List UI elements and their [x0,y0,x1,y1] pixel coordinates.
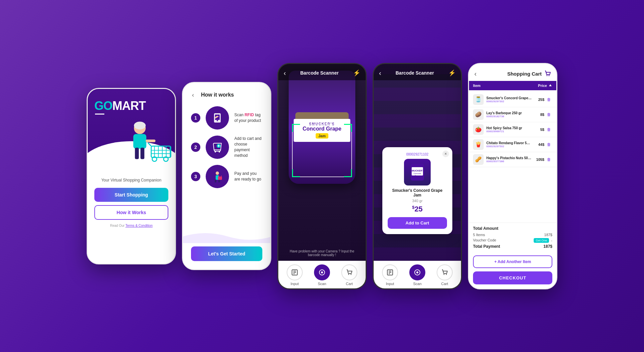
scan-corner-tl [292,124,300,132]
scanner-title: Barcode Scanner [300,70,339,76]
svg-rect-29 [218,180,220,182]
how-works-header: ‹ How it works [183,83,270,103]
cart-item-delete-button[interactable]: 🗑 [547,142,552,147]
cart-item-name: Smucker's Concord Grape 250 gr [486,96,532,100]
cart-title: Shopping Cart [507,70,551,77]
cart-item-image: 🫙 [473,94,484,105]
nav-scan-label: Scan [318,282,326,286]
illustration-svg [88,108,175,175]
product-nav-scan-label: Scan [413,282,421,286]
nav-cart[interactable]: Cart [341,264,357,286]
cart-item-price: 44$ [534,143,544,147]
cart-item-delete-button[interactable]: 🗑 [547,127,552,132]
summary-total-row: Total Payment 187$ [473,244,552,249]
svg-rect-3 [133,134,146,149]
product-nav-cart-icon [437,264,453,280]
voucher-badge[interactable]: Get One [534,238,549,243]
back-button[interactable]: ‹ [188,90,198,100]
product-back-icon[interactable]: ‹ [379,69,381,77]
get-started-button[interactable]: Let's Get Started [191,246,262,261]
product-nav-input[interactable]: Input [382,264,398,286]
cart-item-delete-button[interactable]: 🗑 [547,112,552,117]
step-2: 2 Add to cart and choose payment method [191,136,262,159]
cart-back-button[interactable]: ‹ [474,70,477,78]
modal-close-button[interactable]: × [442,151,449,157]
home-body: Your Virtual Shopping Companion Start Sh… [88,175,175,263]
svg-point-21 [215,151,216,153]
scanner-back-icon[interactable]: ‹ [284,69,286,77]
col-item-header: Item [473,84,532,88]
how-steps-list: 1 Scan RFID tag of your product 2 [183,103,270,230]
product-nav-scan-icon [409,264,425,280]
modal-product-weight: 340 gr [388,199,447,203]
checkout-button[interactable]: CHECKOUT [473,271,552,284]
cart-item-image: 🥜 [473,154,484,165]
cart-row: 🍅 Hot Spicy Salsa 750 gr 000029999721 5$… [469,122,556,137]
cart-item-price: 25$ [534,98,544,102]
screen-barcode-scanner: ‹ Barcode Scanner ⚡ SMUCKER'S Concord Gr… [277,63,367,289]
svg-point-52 [547,75,548,76]
svg-point-51 [446,274,447,275]
svg-text:Concord: Concord [414,173,421,175]
svg-point-50 [444,274,445,275]
sort-icon [548,84,552,88]
step-1-icon [206,106,229,130]
svg-rect-4 [135,148,139,159]
cart-item-info: Happy's Pistachio Nuts 500 gr 0000293773… [486,156,532,163]
cart-item-price: 105$ [534,158,544,162]
product-nav-cart[interactable]: Cart [437,264,453,286]
cart-item-code: 000029297502 [486,145,532,148]
nav-scan-icon [314,264,330,280]
nav-input[interactable]: Input [287,264,303,286]
scanner-hint: Have problem with your Camera ? Input th… [278,249,366,257]
nav-scan[interactable]: Scan [314,264,330,286]
svg-rect-30 [218,176,222,180]
terms-text: Read Our Terms & Condition [110,224,153,227]
cart-item-info: Smucker's Concord Grape 250 gr 000029297… [486,96,532,103]
svg-point-38 [351,274,352,275]
how-works-title: How it works [201,92,234,98]
nav-cart-icon [341,264,357,280]
modal-product-price: $25 [388,205,447,213]
cart-item-name: Hot Spicy Salsa 750 gr [486,126,532,130]
product-nav-scan[interactable]: Scan [409,264,425,286]
cart-item-image: 🍅 [473,124,484,135]
step-1-number: 1 [191,113,200,123]
scanner-flash-icon[interactable]: ⚡ [353,69,360,77]
how-it-works-button[interactable]: How it Works [94,205,168,220]
cart-item-price: 8$ [534,113,544,117]
cart-item-code: 000029182738 [486,115,532,118]
modal-barcode: 000029271102 [388,153,447,156]
scan-corner-br [344,169,352,177]
svg-text:SMUCKER'S: SMUCKER'S [410,170,424,172]
step-2-text: Add to cart and choose payment method [234,136,262,158]
scan-corner-tr [344,124,352,132]
svg-point-2 [134,122,146,129]
cart-item-info: Chitato Rendang Flavor 500 gr 0000292975… [486,141,532,148]
step-3: 3 Pay and you are ready to go [191,165,262,188]
svg-point-49 [416,271,418,273]
svg-text:Grape: Grape [415,175,420,177]
product-flash-icon[interactable]: ⚡ [448,69,456,77]
cart-table-header: Item Price [469,81,556,90]
terms-link[interactable]: Terms & Condition [125,224,153,227]
product-camera-bg: 000029271102 × SMUCKER'S Concord Grape S… [374,64,461,261]
screen-shopping-cart: ‹ Shopping Cart Item Price 🫙 Smucker's C… [468,63,557,289]
step-3-icon [206,165,229,188]
nav-input-label: Input [291,282,299,286]
step-1: 1 Scan RFID tag of your product [191,106,262,130]
cart-item-name: Happy's Pistachio Nuts 500 gr [486,156,532,160]
jar-lid [295,112,349,119]
start-shopping-button[interactable]: Start Shopping [94,188,168,202]
cart-item-delete-button[interactable]: 🗑 [547,157,552,162]
cart-row: 🥔 Lay's Barbeque 250 gr 000029182738 8$ … [469,107,556,122]
product-nav: Input Scan Cart [374,261,461,288]
product-scanner-header: ‹ Barcode Scanner ⚡ [374,64,461,80]
svg-rect-28 [215,180,216,182]
add-to-cart-button[interactable]: Add to Cart [388,217,447,229]
svg-point-37 [348,274,349,275]
cart-item-delete-button[interactable]: 🗑 [547,97,552,102]
cart-item-code: 000029297302 [486,100,532,103]
add-another-item-button[interactable]: + Add Another Item [473,255,552,268]
svg-point-26 [216,172,219,175]
